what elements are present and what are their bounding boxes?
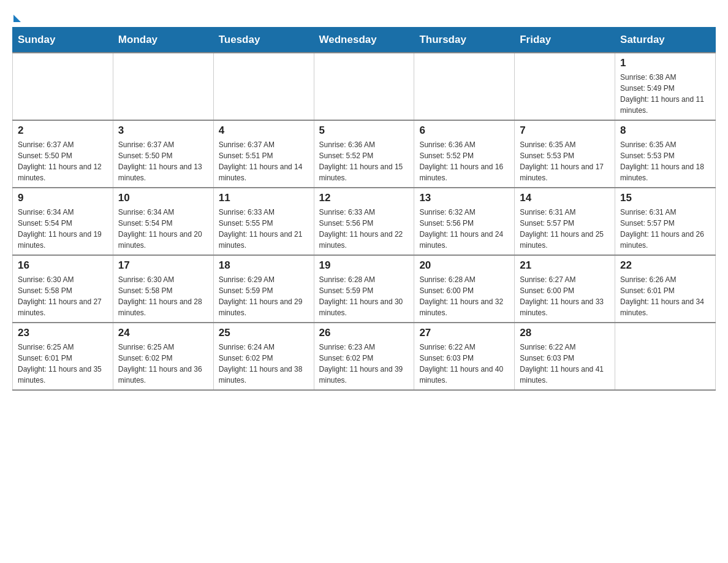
- day-info: Sunrise: 6:35 AM Sunset: 5:53 PM Dayligh…: [520, 139, 610, 183]
- calendar-cell: 8Sunrise: 6:35 AM Sunset: 5:53 PM Daylig…: [615, 120, 716, 188]
- calendar-cell: 11Sunrise: 6:33 AM Sunset: 5:55 PM Dayli…: [213, 188, 314, 255]
- day-number: 12: [319, 192, 409, 204]
- day-number: 5: [319, 124, 409, 137]
- day-info: Sunrise: 6:25 AM Sunset: 6:02 PM Dayligh…: [118, 342, 208, 386]
- day-info: Sunrise: 6:22 AM Sunset: 6:03 PM Dayligh…: [520, 342, 610, 386]
- calendar-cell: [515, 53, 615, 120]
- day-number: 4: [219, 124, 309, 137]
- day-info: Sunrise: 6:22 AM Sunset: 6:03 PM Dayligh…: [419, 342, 509, 386]
- day-number: 15: [620, 192, 710, 204]
- weekday-header-thursday: Thursday: [414, 28, 515, 53]
- day-info: Sunrise: 6:33 AM Sunset: 5:55 PM Dayligh…: [219, 207, 309, 251]
- day-info: Sunrise: 6:29 AM Sunset: 5:59 PM Dayligh…: [219, 274, 309, 318]
- calendar-week-5: 23Sunrise: 6:25 AM Sunset: 6:01 PM Dayli…: [13, 323, 716, 390]
- logo-arrow-icon: [13, 15, 21, 22]
- weekday-header-sunday: Sunday: [13, 28, 113, 53]
- calendar-week-4: 16Sunrise: 6:30 AM Sunset: 5:58 PM Dayli…: [13, 255, 716, 323]
- day-number: 10: [118, 192, 208, 204]
- calendar-cell: 18Sunrise: 6:29 AM Sunset: 5:59 PM Dayli…: [213, 255, 314, 323]
- day-info: Sunrise: 6:28 AM Sunset: 6:00 PM Dayligh…: [419, 274, 509, 318]
- calendar-cell: 27Sunrise: 6:22 AM Sunset: 6:03 PM Dayli…: [414, 323, 515, 390]
- calendar-cell: 26Sunrise: 6:23 AM Sunset: 6:02 PM Dayli…: [314, 323, 414, 390]
- day-number: 23: [18, 327, 108, 339]
- day-info: Sunrise: 6:30 AM Sunset: 5:58 PM Dayligh…: [18, 274, 108, 318]
- day-info: Sunrise: 6:30 AM Sunset: 5:58 PM Dayligh…: [118, 274, 208, 318]
- day-number: 14: [520, 192, 610, 204]
- day-info: Sunrise: 6:36 AM Sunset: 5:52 PM Dayligh…: [419, 139, 509, 183]
- calendar-cell: [113, 53, 213, 120]
- day-number: 6: [419, 124, 509, 137]
- day-number: 26: [319, 327, 409, 339]
- calendar-cell: 5Sunrise: 6:36 AM Sunset: 5:52 PM Daylig…: [314, 120, 414, 188]
- weekday-header-row: SundayMondayTuesdayWednesdayThursdayFrid…: [13, 28, 716, 53]
- day-number: 16: [18, 259, 108, 272]
- day-info: Sunrise: 6:32 AM Sunset: 5:56 PM Dayligh…: [419, 207, 509, 251]
- day-number: 22: [620, 259, 710, 272]
- calendar-cell: [314, 53, 414, 120]
- calendar-cell: 14Sunrise: 6:31 AM Sunset: 5:57 PM Dayli…: [515, 188, 615, 255]
- calendar-cell: [414, 53, 515, 120]
- day-info: Sunrise: 6:35 AM Sunset: 5:53 PM Dayligh…: [620, 139, 710, 183]
- calendar-cell: 22Sunrise: 6:26 AM Sunset: 6:01 PM Dayli…: [615, 255, 716, 323]
- calendar-cell: [213, 53, 314, 120]
- calendar-cell: 4Sunrise: 6:37 AM Sunset: 5:51 PM Daylig…: [213, 120, 314, 188]
- calendar-cell: 10Sunrise: 6:34 AM Sunset: 5:54 PM Dayli…: [113, 188, 213, 255]
- day-number: 19: [319, 259, 409, 272]
- day-info: Sunrise: 6:37 AM Sunset: 5:51 PM Dayligh…: [219, 139, 309, 183]
- day-info: Sunrise: 6:34 AM Sunset: 5:54 PM Dayligh…: [118, 207, 208, 251]
- calendar-cell: 21Sunrise: 6:27 AM Sunset: 6:00 PM Dayli…: [515, 255, 615, 323]
- day-info: Sunrise: 6:24 AM Sunset: 6:02 PM Dayligh…: [219, 342, 309, 386]
- day-info: Sunrise: 6:37 AM Sunset: 5:50 PM Dayligh…: [118, 139, 208, 183]
- calendar-week-3: 9Sunrise: 6:34 AM Sunset: 5:54 PM Daylig…: [13, 188, 716, 255]
- calendar-cell: 6Sunrise: 6:36 AM Sunset: 5:52 PM Daylig…: [414, 120, 515, 188]
- day-number: 13: [419, 192, 509, 204]
- day-info: Sunrise: 6:31 AM Sunset: 5:57 PM Dayligh…: [620, 207, 710, 251]
- day-info: Sunrise: 6:38 AM Sunset: 5:49 PM Dayligh…: [620, 72, 710, 116]
- weekday-header-monday: Monday: [113, 28, 213, 53]
- day-info: Sunrise: 6:27 AM Sunset: 6:00 PM Dayligh…: [520, 274, 610, 318]
- day-number: 18: [219, 259, 309, 272]
- calendar-cell: [615, 323, 716, 390]
- weekday-header-wednesday: Wednesday: [314, 28, 414, 53]
- day-number: 2: [18, 124, 108, 137]
- day-number: 9: [18, 192, 108, 204]
- calendar-cell: 2Sunrise: 6:37 AM Sunset: 5:50 PM Daylig…: [13, 120, 113, 188]
- calendar-cell: 16Sunrise: 6:30 AM Sunset: 5:58 PM Dayli…: [13, 255, 113, 323]
- weekday-header-friday: Friday: [515, 28, 615, 53]
- day-number: 17: [118, 259, 208, 272]
- calendar-cell: 25Sunrise: 6:24 AM Sunset: 6:02 PM Dayli…: [213, 323, 314, 390]
- weekday-header-saturday: Saturday: [615, 28, 716, 53]
- day-number: 24: [118, 327, 208, 339]
- day-number: 25: [219, 327, 309, 339]
- day-info: Sunrise: 6:34 AM Sunset: 5:54 PM Dayligh…: [18, 207, 108, 251]
- day-number: 27: [419, 327, 509, 339]
- calendar-cell: 20Sunrise: 6:28 AM Sunset: 6:00 PM Dayli…: [414, 255, 515, 323]
- day-info: Sunrise: 6:25 AM Sunset: 6:01 PM Dayligh…: [18, 342, 108, 386]
- day-info: Sunrise: 6:26 AM Sunset: 6:01 PM Dayligh…: [620, 274, 710, 318]
- calendar-week-2: 2Sunrise: 6:37 AM Sunset: 5:50 PM Daylig…: [13, 120, 716, 188]
- calendar-cell: 12Sunrise: 6:33 AM Sunset: 5:56 PM Dayli…: [314, 188, 414, 255]
- calendar-cell: 3Sunrise: 6:37 AM Sunset: 5:50 PM Daylig…: [113, 120, 213, 188]
- day-info: Sunrise: 6:23 AM Sunset: 6:02 PM Dayligh…: [319, 342, 409, 386]
- calendar-cell: 24Sunrise: 6:25 AM Sunset: 6:02 PM Dayli…: [113, 323, 213, 390]
- page-header: [12, 12, 716, 21]
- logo: [12, 12, 21, 21]
- calendar-cell: 28Sunrise: 6:22 AM Sunset: 6:03 PM Dayli…: [515, 323, 615, 390]
- weekday-header-tuesday: Tuesday: [213, 28, 314, 53]
- day-number: 1: [620, 57, 710, 69]
- calendar-cell: 9Sunrise: 6:34 AM Sunset: 5:54 PM Daylig…: [13, 188, 113, 255]
- day-number: 28: [520, 327, 610, 339]
- day-number: 11: [219, 192, 309, 204]
- day-number: 20: [419, 259, 509, 272]
- day-info: Sunrise: 6:33 AM Sunset: 5:56 PM Dayligh…: [319, 207, 409, 251]
- day-number: 21: [520, 259, 610, 272]
- day-number: 7: [520, 124, 610, 137]
- calendar-cell: 13Sunrise: 6:32 AM Sunset: 5:56 PM Dayli…: [414, 188, 515, 255]
- day-info: Sunrise: 6:36 AM Sunset: 5:52 PM Dayligh…: [319, 139, 409, 183]
- day-info: Sunrise: 6:28 AM Sunset: 5:59 PM Dayligh…: [319, 274, 409, 318]
- calendar-cell: 19Sunrise: 6:28 AM Sunset: 5:59 PM Dayli…: [314, 255, 414, 323]
- day-info: Sunrise: 6:37 AM Sunset: 5:50 PM Dayligh…: [18, 139, 108, 183]
- day-number: 3: [118, 124, 208, 137]
- day-info: Sunrise: 6:31 AM Sunset: 5:57 PM Dayligh…: [520, 207, 610, 251]
- calendar-cell: [13, 53, 113, 120]
